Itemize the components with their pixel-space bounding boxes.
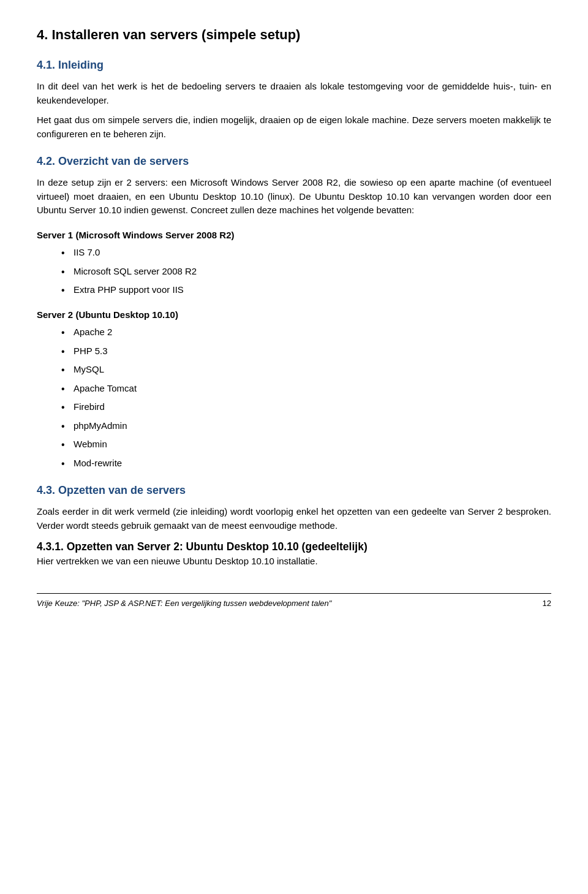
list-item: Apache 2	[61, 325, 551, 339]
server2-heading: Server 2 (Ubuntu Desktop 10.10)	[37, 308, 551, 322]
list-item: MySQL	[61, 363, 551, 377]
section-41-title: 4.1. Inleiding	[37, 57, 551, 74]
section-42-para1: In deze setup zijn er 2 servers: een Mic…	[37, 176, 551, 218]
list-item: Webmin	[61, 438, 551, 452]
list-item: Firebird	[61, 400, 551, 414]
section-431-title: 4.3.1. Opzetten van Server 2: Ubuntu Des…	[37, 539, 551, 555]
page-footer: Vrije Keuze: "PHP, JSP & ASP.NET: Een ve…	[37, 593, 551, 610]
footer-text: Vrije Keuze: "PHP, JSP & ASP.NET: Een ve…	[37, 597, 543, 610]
section-431-para1: Hier vertrekken we van een nieuwe Ubuntu…	[37, 555, 551, 569]
section-41-para1: In dit deel van het werk is het de bedoe…	[37, 80, 551, 107]
chapter-title: 4. Installeren van servers (simpele setu…	[37, 25, 551, 45]
list-item: phpMyAdmin	[61, 419, 551, 433]
list-item: Extra PHP support voor IIS	[61, 283, 551, 297]
section-41-para2: Het gaat dus om simpele servers die, ind…	[37, 113, 551, 141]
list-item: PHP 5.3	[61, 344, 551, 358]
list-item: Mod-rewrite	[61, 456, 551, 471]
section-43-title: 4.3. Opzetten van de servers	[37, 482, 551, 499]
section-42-title: 4.2. Overzicht van de servers	[37, 153, 551, 170]
list-item: Microsoft SQL server 2008 R2	[61, 265, 551, 279]
server1-list: IIS 7.0 Microsoft SQL server 2008 R2 Ext…	[61, 246, 551, 297]
section-43-para1: Zoals eerder in dit werk vermeld (zie in…	[37, 505, 551, 532]
list-item: IIS 7.0	[61, 246, 551, 260]
footer-page-number: 12	[543, 597, 551, 610]
list-item: Apache Tomcat	[61, 382, 551, 396]
server2-list: Apache 2 PHP 5.3 MySQL Apache Tomcat Fir…	[61, 325, 551, 470]
server1-heading: Server 1 (Microsoft Windows Server 2008 …	[37, 229, 551, 243]
